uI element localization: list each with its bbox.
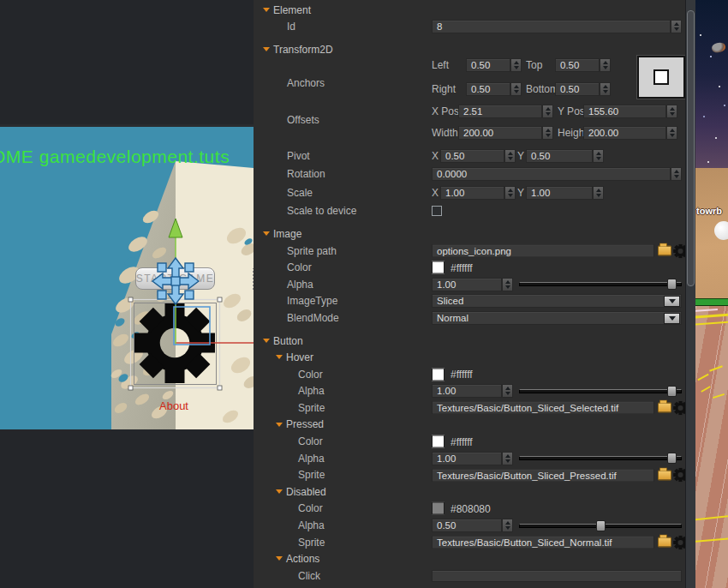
sprite-settings-gear-icon[interactable] [673,535,685,549]
section-hover-label: Hover [286,351,313,363]
alpha-spinner[interactable] [502,384,513,398]
alpha-slider[interactable] [519,282,682,286]
anchor-right-field[interactable]: 0.50 [466,82,510,96]
imagetype-label: ImageType [287,295,337,307]
section-element-label: Element [273,4,311,16]
alpha-slider[interactable] [519,524,682,528]
color-swatch[interactable] [432,435,445,448]
pivot-x-label: X [432,150,440,162]
disabled-collapse-icon[interactable] [276,489,283,494]
pressed-collapse-icon[interactable] [276,423,283,427]
element-collapse-icon[interactable] [263,8,270,12]
alpha-field[interactable]: 1.00 [432,278,502,291]
sprite-browse-folder-icon[interactable] [658,537,671,548]
anchor-left-label: Left [432,59,466,71]
pivot-label: Pivot [287,150,310,162]
grass-strip [695,298,728,306]
imagetype-dropdown[interactable]: Sliced [432,294,682,308]
scale-y-field[interactable]: 1.00 [526,186,593,200]
scale-x-label: X [432,187,440,199]
color-hex-value: #ffffff [451,369,473,381]
alpha-spinner[interactable] [502,519,513,532]
alpha-slider-knob[interactable] [667,453,677,464]
alpha-spinner[interactable] [502,278,513,291]
blendmode-label: BlendMode [287,312,339,324]
alpha-slider-knob[interactable] [667,279,677,290]
scale-x-field[interactable]: 1.00 [440,186,504,200]
click-field[interactable] [432,570,682,582]
imagetype-dropdown-arrow-icon[interactable] [664,296,680,307]
anchor-right-label: Right [432,83,466,95]
scale-x-spinner[interactable] [504,186,516,200]
sprite-browse-folder-icon[interactable] [658,403,671,413]
hover-collapse-icon[interactable] [276,355,283,359]
rotation-spinner[interactable] [671,167,682,181]
sprite-browse-folder-icon[interactable] [658,470,671,480]
anchor-rect[interactable] [174,307,210,345]
sprite-settings-gear-icon[interactable] [673,468,685,483]
scrollbar-thumb[interactable] [687,10,695,286]
alpha-slider-knob[interactable] [596,520,606,531]
anchor-left-spinner[interactable] [510,58,522,72]
anchor-top-spinner[interactable] [600,58,611,72]
height-label: Height [555,127,583,139]
y-pos-spinner[interactable] [666,105,677,118]
anchor-preset-widget[interactable] [637,56,685,99]
scene-top-border [0,124,254,127]
color-label: Color [298,502,323,514]
pivot-y-label: Y [516,150,526,162]
pivot-x-field[interactable]: 0.50 [440,149,504,163]
button-collapse-icon[interactable] [263,339,270,343]
anchor-bottom-field[interactable]: 0.50 [555,82,600,96]
color-swatch[interactable] [432,261,445,274]
alpha-slider[interactable] [519,456,682,460]
height-spinner[interactable] [666,126,677,140]
anchor-left-field[interactable]: 0.50 [466,58,510,72]
scale-y-spinner[interactable] [593,186,604,200]
sprite-field[interactable]: Textures/Basic/Button_Sliced_Normal.tif [432,536,654,549]
sprite-field[interactable]: Textures/Basic/Button_Sliced_Pressed.tif [432,468,654,482]
panel-scrollbar[interactable] [685,0,695,588]
pivot-y-field[interactable]: 0.50 [526,149,593,163]
color-swatch[interactable] [432,502,445,515]
id-field[interactable]: 8 [432,20,671,33]
y-axis-arrowhead[interactable] [169,219,182,237]
anchor-bottom-spinner[interactable] [600,82,611,96]
actions-collapse-icon[interactable] [276,556,283,561]
x-pos-field[interactable]: 2.51 [458,105,542,118]
scale-to-device-checkbox[interactable] [432,206,442,216]
pivot-x-spinner[interactable] [504,149,516,163]
id-spinner[interactable] [671,20,682,33]
alpha-label: Alpha [298,519,325,531]
sprite-settings-gear-icon[interactable] [673,400,685,415]
transform2d-collapse-icon[interactable] [263,47,270,51]
alpha-field[interactable]: 0.50 [432,519,502,532]
image-collapse-icon[interactable] [263,231,270,236]
x-pos-spinner[interactable] [542,105,553,118]
section-image-label: Image [273,228,301,240]
alpha-field[interactable]: 1.00 [432,452,502,465]
anchor-right-spinner[interactable] [510,82,522,96]
sprite-path-settings-gear-icon[interactable] [673,243,685,258]
sprite-path-browse-folder-icon[interactable] [658,246,671,256]
blendmode-dropdown[interactable]: Normal [432,311,682,325]
move-gizmo[interactable] [152,258,199,304]
rotation-field[interactable]: 0.0000 [432,167,671,181]
width-field[interactable]: 200.00 [458,126,542,140]
pivot-y-spinner[interactable] [593,149,604,163]
alpha-field[interactable]: 1.00 [432,384,502,398]
sprite-field[interactable]: Textures/Basic/Button_Sliced_Selected.ti… [432,401,654,415]
sprite-path-field[interactable]: options_icon.png [432,244,654,258]
anchors-label: Anchors [287,77,325,89]
color-swatch[interactable] [432,368,445,381]
width-spinner[interactable] [542,126,553,140]
alpha-spinner[interactable] [502,452,513,465]
alpha-slider[interactable] [519,389,682,393]
alpha-slider-knob[interactable] [667,386,677,397]
game-preview-strip: towrb [695,0,728,588]
y-pos-field[interactable]: 155.60 [583,105,666,118]
anchor-top-field[interactable]: 0.50 [555,58,600,72]
height-field[interactable]: 200.00 [583,126,666,140]
blendmode-dropdown-arrow-icon[interactable] [664,313,680,324]
scene-viewport[interactable]: OME gamedevelopment.tuts START GAME [0,124,254,429]
